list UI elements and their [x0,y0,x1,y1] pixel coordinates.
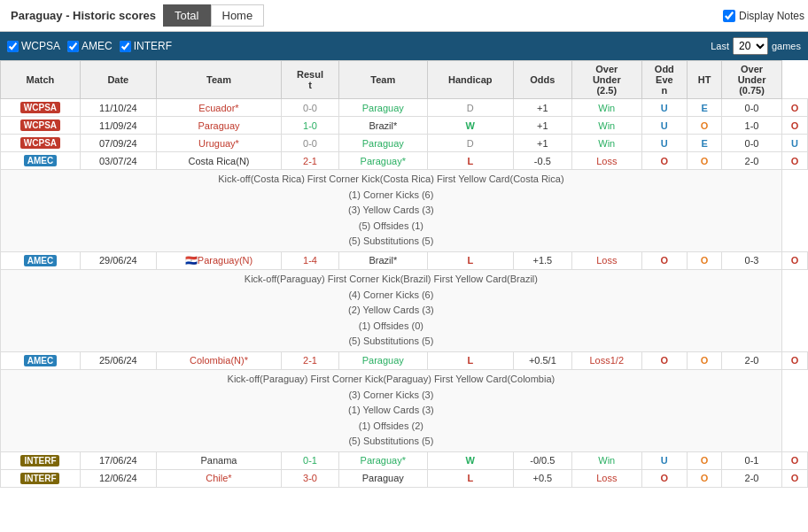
tab-total[interactable]: Total [163,4,210,27]
team1-name[interactable]: Ecuador* [156,99,281,117]
handicap: +1 [513,117,571,135]
amec-label: AMEC [82,40,113,52]
team1-name[interactable]: Chile* [156,469,281,487]
team1-name[interactable]: Uruguay* [156,135,281,152]
match-result: 2-1 [282,152,339,170]
team2-name[interactable]: Paraguay* [338,451,427,469]
over-under: O [641,351,687,369]
odd-even: O [688,152,722,170]
win-loss: L [427,351,513,369]
col-match: Match [1,61,81,99]
ht-score: 2-0 [722,351,782,369]
col-result: Result [282,61,339,99]
col-over-under-25: OverUnder(2.5) [571,61,641,99]
ht-over-under: O [781,469,807,487]
over-under: O [641,152,687,170]
odd-even: O [688,351,722,369]
team2-name[interactable]: Paraguay [338,351,427,369]
ht-score: 2-0 [722,152,782,170]
ht-score: 0-1 [722,451,782,469]
match-result: 1-4 [282,251,339,269]
over-under: O [641,469,687,487]
over-under: U [641,117,687,135]
handicap: +1 [513,99,571,117]
match-date: 11/09/24 [80,117,156,135]
interf-label: INTERF [134,40,172,52]
team2-name[interactable]: Brazil* [338,251,427,269]
competition-badge: INTERF [20,455,59,466]
odds: Loss [571,152,641,170]
last-select-group: Last 5102050 games [711,37,801,55]
match-result: 1-0 [282,117,339,135]
display-notes-checkbox[interactable] [723,10,735,22]
team1-name[interactable]: Costa Rica(N) [156,152,281,170]
competition-badge: WCPSA [20,137,60,149]
win-loss: L [427,152,513,170]
ht-score: 0-0 [722,135,782,152]
team1-name[interactable]: Panama [156,451,281,469]
team2-name[interactable]: Paraguay [338,469,427,487]
odd-even: O [688,469,722,487]
ht-score: 0-0 [722,99,782,117]
match-date: 11/10/24 [80,99,156,117]
competition-badge: WCPSA [20,102,60,113]
filter-wcpsa[interactable]: WCPSA [7,40,60,52]
team2-name[interactable]: Brazil* [338,117,427,135]
col-over-under-075: OverUnder(0.75) [722,61,782,99]
ht-over-under: O [781,251,807,269]
competition-badge: AMEC [24,155,57,166]
filter-interf[interactable]: INTERF [120,40,172,52]
last-label: Last [711,41,729,51]
team1-name[interactable]: Colombia(N)* [156,351,281,369]
odd-even: O [688,117,722,135]
col-team2: Team [338,61,427,99]
match-result: 0-0 [282,99,339,117]
match-detail: Kick-off(Costa Rica) First Corner Kick(C… [1,170,782,252]
match-result: 0-1 [282,451,339,469]
win-loss: W [427,451,513,469]
match-date: 25/06/24 [80,351,156,369]
over-under: O [641,251,687,269]
competition-badge: AMEC [24,355,57,366]
win-loss: L [427,251,513,269]
odds: Win [571,117,641,135]
last-select[interactable]: 5102050 [733,37,768,55]
wcpsa-checkbox[interactable] [7,41,19,52]
match-date: 03/07/24 [80,152,156,170]
games-label: games [772,41,801,51]
odd-even: E [688,99,722,117]
competition-badge: INTERF [20,473,59,484]
col-date: Date [80,61,156,99]
handicap: +0.5/1 [513,351,571,369]
tab-home[interactable]: Home [211,4,265,27]
odds: Win [571,135,641,152]
odd-even: E [688,135,722,152]
filter-bar: WCPSA AMEC INTERF Last 5102050 games [0,32,808,60]
ht-over-under: O [781,152,807,170]
display-notes-toggle[interactable]: Display Notes [723,10,804,22]
team1-name[interactable]: 🇵🇾Paraguay(N) [156,251,281,269]
match-detail: Kick-off(Paraguay) First Corner Kick(Par… [1,369,782,451]
filter-amec[interactable]: AMEC [67,40,113,52]
team1-name[interactable]: Paraguay [156,117,281,135]
team2-name[interactable]: Paraguay [338,135,427,152]
match-detail: Kick-off(Paraguay) First Corner Kick(Bra… [1,269,782,351]
ht-over-under: O [781,351,807,369]
match-result: 3-0 [282,469,339,487]
handicap: -0.5 [513,152,571,170]
match-date: 07/09/24 [80,135,156,152]
handicap: +0.5 [513,469,571,487]
team2-name[interactable]: Paraguay [338,99,427,117]
odds: Loss [571,469,641,487]
over-under: U [641,451,687,469]
amec-checkbox[interactable] [67,41,79,52]
team2-name[interactable]: Paraguay* [338,152,427,170]
handicap: +1.5 [513,251,571,269]
odd-even: O [688,451,722,469]
interf-checkbox[interactable] [120,41,131,52]
col-handicap: Handicap [427,61,513,99]
col-odd-even: OddEven [641,61,687,99]
over-under: U [641,99,687,117]
odds: Win [571,451,641,469]
match-result: 2-1 [282,351,339,369]
